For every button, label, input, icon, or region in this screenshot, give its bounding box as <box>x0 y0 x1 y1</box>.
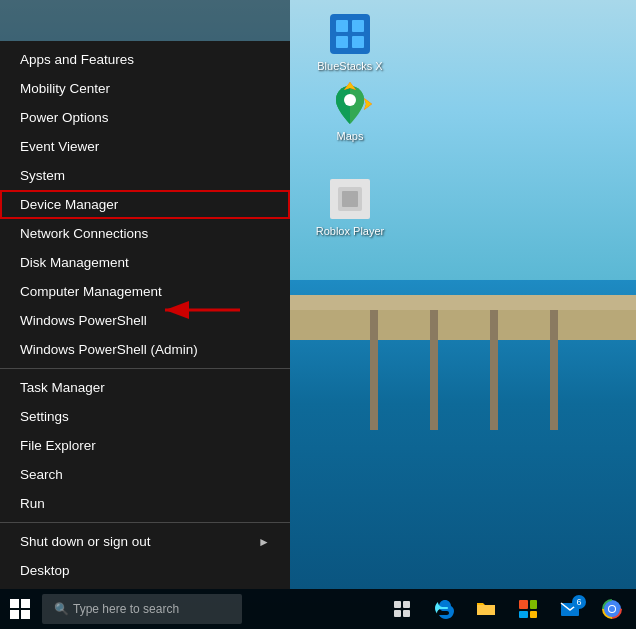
bluestacks-icon <box>326 10 374 58</box>
bridge-pillar-1 <box>370 310 378 430</box>
maps-label: Maps <box>337 130 364 143</box>
svg-rect-4 <box>352 36 364 48</box>
menu-item-system[interactable]: System <box>0 161 290 190</box>
svg-rect-19 <box>530 611 537 618</box>
context-menu: Apps and Features Mobility Center Power … <box>0 41 290 589</box>
svg-point-26 <box>609 606 615 612</box>
menu-item-mobility-center[interactable]: Mobility Center <box>0 74 290 103</box>
submenu-arrow-icon: ► <box>258 535 270 549</box>
svg-rect-18 <box>519 611 528 618</box>
bridge-pillar-2 <box>430 310 438 430</box>
menu-divider-2 <box>0 522 290 523</box>
bridge-pillar-4 <box>550 310 558 430</box>
svg-rect-9 <box>342 191 358 207</box>
svg-rect-15 <box>403 610 410 617</box>
menu-item-run[interactable]: Run <box>0 489 290 518</box>
taskbar-search-icon: 🔍 <box>54 602 69 616</box>
bridge-deck <box>290 295 636 310</box>
menu-item-event-viewer[interactable]: Event Viewer <box>0 132 290 161</box>
desktop: BlueStacks X Maps Roblox Player <box>0 0 636 629</box>
menu-item-disk-management[interactable]: Disk Management <box>0 248 290 277</box>
menu-item-windows-powershell[interactable]: Windows PowerShell <box>0 306 290 335</box>
start-button[interactable] <box>0 589 40 629</box>
task-view-button[interactable] <box>382 589 422 629</box>
menu-item-settings[interactable]: Settings <box>0 402 290 431</box>
store-button[interactable] <box>508 589 548 629</box>
svg-rect-13 <box>403 601 410 608</box>
bridge-road <box>290 310 636 340</box>
svg-rect-17 <box>530 600 537 609</box>
mail-badge: 6 <box>572 595 586 609</box>
svg-rect-3 <box>336 36 348 48</box>
menu-item-apps-features[interactable]: Apps and Features <box>0 45 290 74</box>
bluestacks-label: BlueStacks X <box>317 60 382 73</box>
desktop-icon-bluestacks[interactable]: BlueStacks X <box>315 10 385 73</box>
menu-item-power-options[interactable]: Power Options <box>0 103 290 132</box>
desktop-icon-maps[interactable]: Maps <box>315 80 385 143</box>
svg-rect-12 <box>394 601 401 608</box>
windows-logo-icon <box>10 599 30 619</box>
svg-rect-2 <box>352 20 364 32</box>
menu-item-windows-powershell-admin[interactable]: Windows PowerShell (Admin) <box>0 335 290 364</box>
menu-item-search[interactable]: Search <box>0 460 290 489</box>
desktop-icon-roblox[interactable]: Roblox Player <box>315 175 385 238</box>
menu-divider-1 <box>0 368 290 369</box>
taskbar: 🔍 Type here to search <box>0 589 636 629</box>
menu-item-network-connections[interactable]: Network Connections <box>0 219 290 248</box>
svg-point-6 <box>344 94 356 106</box>
roblox-icon <box>326 175 374 223</box>
mail-button[interactable]: 6 <box>550 589 590 629</box>
maps-icon <box>326 80 374 128</box>
svg-rect-0 <box>330 14 370 54</box>
edge-button[interactable] <box>424 589 464 629</box>
file-explorer-button[interactable] <box>466 589 506 629</box>
menu-item-shut-down[interactable]: Shut down or sign out ► <box>0 527 290 556</box>
roblox-label: Roblox Player <box>316 225 384 238</box>
svg-rect-1 <box>336 20 348 32</box>
menu-item-computer-management[interactable]: Computer Management <box>0 277 290 306</box>
taskbar-icons: 6 <box>382 589 636 629</box>
chrome-button[interactable] <box>592 589 632 629</box>
taskbar-search-placeholder: Type here to search <box>73 602 179 616</box>
menu-item-desktop[interactable]: Desktop <box>0 556 290 585</box>
taskbar-search[interactable]: 🔍 Type here to search <box>42 594 242 624</box>
svg-rect-14 <box>394 610 401 617</box>
menu-item-file-explorer[interactable]: File Explorer <box>0 431 290 460</box>
svg-rect-16 <box>519 600 528 609</box>
menu-item-device-manager[interactable]: Device Manager <box>0 190 290 219</box>
bridge-pillar-3 <box>490 310 498 430</box>
menu-item-task-manager[interactable]: Task Manager <box>0 373 290 402</box>
